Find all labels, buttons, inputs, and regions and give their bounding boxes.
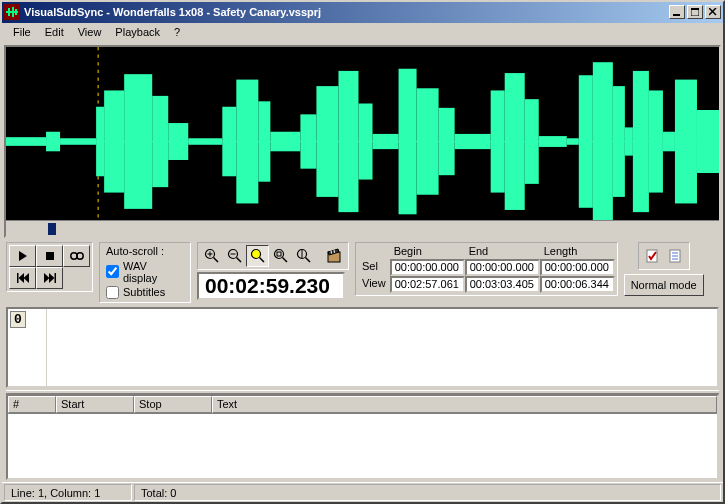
sel-end-field[interactable]: 00:00:00.000 (465, 259, 540, 276)
autoscroll-label: Auto-scroll : (104, 245, 186, 259)
svg-point-61 (229, 250, 238, 259)
svg-marker-53 (23, 273, 29, 283)
svg-rect-34 (505, 73, 525, 210)
menu-file[interactable]: File (6, 24, 38, 40)
menu-help[interactable]: ? (167, 24, 187, 40)
col-stop[interactable]: Stop (134, 396, 212, 413)
titlebar: VisualSubSync - Wonderfalls 1x08 - Safet… (2, 2, 723, 23)
svg-rect-19 (188, 138, 222, 145)
status-cursor: Line: 1, Column: 1 (11, 487, 100, 499)
zoom-all-button[interactable] (269, 245, 292, 267)
svg-rect-4 (673, 14, 680, 16)
toolbar: Auto-scroll : WAV display Subtitles 00:0… (2, 240, 723, 305)
end-header: End (465, 245, 540, 259)
svg-rect-11 (6, 137, 46, 146)
svg-rect-77 (670, 250, 680, 262)
view-begin-field[interactable]: 00:02:57.061 (390, 276, 465, 293)
minimize-button[interactable] (669, 5, 685, 19)
begin-header: Begin (390, 245, 465, 259)
subtitle-textarea[interactable] (46, 309, 717, 387)
svg-marker-52 (18, 273, 24, 283)
prev-button[interactable] (9, 267, 36, 289)
autoscroll-wav-checkbox[interactable]: WAV display (104, 259, 186, 285)
svg-rect-3 (15, 9, 17, 15)
zoom-out-button[interactable] (223, 245, 246, 267)
svg-rect-29 (399, 69, 417, 215)
svg-rect-1 (8, 8, 10, 16)
sel-row-label: Sel (358, 259, 390, 276)
play-button[interactable] (9, 245, 36, 267)
svg-rect-68 (277, 252, 281, 256)
close-button[interactable] (705, 5, 721, 19)
mode-button[interactable]: Normal mode (624, 274, 704, 296)
zoom-in-button[interactable] (200, 245, 223, 267)
maximize-button[interactable] (687, 5, 703, 19)
svg-rect-33 (491, 90, 505, 192)
svg-rect-24 (300, 114, 316, 168)
view-length-field[interactable]: 00:00:06.344 (540, 276, 615, 293)
selection-view-panel: Begin End Length Sel 00:00:00.000 00:00:… (355, 242, 618, 296)
waveform-scrollbar[interactable] (6, 220, 719, 236)
zoom-time-panel: 00:02:59.230 (197, 242, 349, 300)
status-total: Total: 0 (141, 487, 176, 499)
svg-point-64 (252, 250, 261, 259)
svg-rect-35 (525, 99, 539, 184)
zoom-vertical-button[interactable] (292, 245, 315, 267)
svg-rect-40 (613, 86, 625, 197)
autoscroll-subs-checkbox[interactable]: Subtitles (104, 285, 186, 300)
transport-controls (6, 242, 93, 292)
svg-rect-21 (236, 79, 258, 203)
svg-point-49 (70, 253, 76, 259)
check-errors-button[interactable] (641, 245, 664, 267)
svg-rect-12 (46, 132, 60, 152)
next-button[interactable] (36, 267, 63, 289)
svg-point-50 (76, 253, 82, 259)
col-text[interactable]: Text (212, 396, 717, 413)
svg-rect-56 (54, 273, 56, 283)
col-start[interactable]: Start (56, 396, 134, 413)
svg-rect-23 (270, 132, 300, 152)
scene-change-button[interactable] (323, 245, 346, 267)
svg-marker-73 (328, 249, 339, 255)
svg-rect-20 (222, 107, 236, 177)
sel-begin-field[interactable]: 00:00:00.000 (390, 259, 465, 276)
menu-playback[interactable]: Playback (108, 24, 167, 40)
svg-rect-18 (168, 123, 188, 160)
svg-rect-43 (649, 90, 663, 192)
subtitle-list[interactable]: # Start Stop Text (6, 394, 719, 480)
menu-edit[interactable]: Edit (38, 24, 71, 40)
right-tools: Normal mode (624, 242, 704, 296)
autoscroll-panel: Auto-scroll : WAV display Subtitles (99, 242, 191, 303)
svg-rect-14 (96, 107, 104, 177)
stop-button[interactable] (36, 245, 63, 267)
svg-rect-13 (60, 138, 96, 145)
col-num[interactable]: # (8, 396, 56, 413)
svg-point-57 (206, 250, 215, 259)
svg-rect-37 (567, 138, 579, 145)
svg-line-65 (260, 258, 265, 263)
menu-view[interactable]: View (71, 24, 109, 40)
svg-line-62 (237, 258, 242, 263)
svg-rect-26 (338, 71, 358, 212)
subtitle-editor: 0 (6, 307, 719, 389)
svg-rect-46 (697, 110, 719, 173)
zoom-selection-button[interactable] (246, 245, 269, 267)
preferences-button[interactable] (664, 245, 687, 267)
svg-line-67 (283, 258, 288, 263)
svg-rect-2 (12, 7, 14, 17)
svg-point-69 (298, 250, 307, 259)
scrollbar-thumb[interactable] (48, 223, 56, 235)
svg-rect-51 (17, 273, 19, 283)
svg-line-70 (306, 258, 311, 263)
svg-rect-38 (579, 75, 593, 208)
statusbar: Line: 1, Column: 1 Total: 0 (2, 482, 723, 502)
sel-length-field[interactable]: 00:00:00.000 (540, 259, 615, 276)
waveform-display[interactable] (4, 45, 721, 238)
view-end-field[interactable]: 00:03:03.405 (465, 276, 540, 293)
svg-rect-36 (539, 136, 567, 147)
svg-line-58 (214, 258, 219, 263)
length-header: Length (540, 245, 615, 259)
svg-marker-55 (49, 273, 55, 283)
loop-button[interactable] (63, 245, 90, 267)
svg-rect-32 (455, 134, 491, 149)
